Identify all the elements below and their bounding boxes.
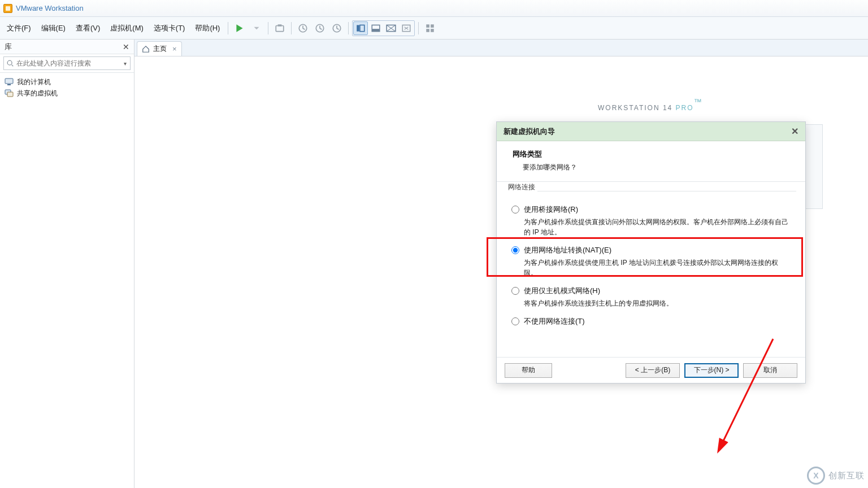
svg-rect-14 bbox=[431, 29, 435, 32]
menu-tabs[interactable]: 选项卡(T) bbox=[149, 21, 190, 36]
svg-rect-0 bbox=[276, 25, 284, 31]
radio-option-bridged[interactable]: 使用桥接网络(R) 为客户机操作系统提供直接访问外部以太网网络的权限。客户机在外… bbox=[511, 204, 796, 237]
tab-label: 主页 bbox=[153, 44, 167, 54]
menu-file[interactable]: 文件(F) bbox=[2, 21, 36, 36]
search-box[interactable]: ▾ bbox=[3, 56, 131, 70]
shared-icon bbox=[5, 89, 14, 97]
search-input[interactable] bbox=[16, 59, 120, 67]
wizard-dialog: 新建虚拟机向导 ✕ 网络类型 要添加哪类网络？ 网络连接 使用桥接网络(R) bbox=[496, 121, 806, 384]
app-title: VMware Workstation bbox=[16, 4, 84, 12]
clock-2-icon[interactable] bbox=[312, 20, 328, 36]
dialog-close-icon[interactable]: ✕ bbox=[791, 126, 798, 137]
menu-edit[interactable]: 编辑(E) bbox=[37, 21, 70, 36]
view-mode-3[interactable] bbox=[384, 21, 398, 35]
radio-nat[interactable] bbox=[511, 246, 519, 254]
clock-1-icon[interactable] bbox=[295, 20, 311, 36]
svg-rect-11 bbox=[427, 24, 430, 28]
radio-option-hostonly[interactable]: 使用仅主机模式网络(H) 将客户机操作系统连接到主机上的专用虚拟网络。 bbox=[511, 286, 796, 308]
dialog-title: 新建虚拟机向导 bbox=[504, 127, 555, 137]
home-icon bbox=[142, 45, 150, 53]
radio-none[interactable] bbox=[511, 317, 519, 325]
menu-bar: 文件(F) 编辑(E) 查看(V) 虚拟机(M) 选项卡(T) 帮助(H) bbox=[0, 17, 868, 40]
snapshot-button[interactable] bbox=[272, 20, 288, 36]
dialog-body: 网络连接 使用桥接网络(R) 为客户机操作系统提供直接访问外部以太网网络的权限。… bbox=[497, 181, 805, 357]
play-dropdown[interactable] bbox=[249, 20, 264, 36]
back-button[interactable]: < 上一步(B) bbox=[626, 363, 680, 378]
radio-label: 使用网络地址转换(NAT)(E) bbox=[524, 245, 611, 255]
view-mode-1[interactable] bbox=[353, 21, 368, 35]
separator bbox=[348, 22, 349, 34]
radio-desc: 为客户机操作系统提供直接访问外部以太网网络的权限。客户机在外部网络上必须有自己的… bbox=[524, 217, 789, 237]
radio-hostonly[interactable] bbox=[511, 287, 519, 295]
dialog-titlebar: 新建虚拟机向导 ✕ bbox=[497, 122, 805, 141]
dialog-footer: 帮助 < 上一步(B) 下一步(N) > 取消 bbox=[497, 357, 805, 383]
separator bbox=[228, 22, 228, 34]
sidebar-close-icon[interactable]: ✕ bbox=[123, 42, 129, 51]
home-canvas: WORKSTATION 14 PRO™ 连接远程服务器 新建虚拟机向导 ✕ 网络… bbox=[134, 56, 868, 488]
clock-3-icon[interactable] bbox=[329, 20, 345, 36]
radio-desc: 为客户机操作系统提供使用主机 IP 地址访问主机拨号连接或外部以太网网络连接的权… bbox=[524, 258, 789, 278]
search-icon bbox=[6, 59, 14, 67]
tab-strip: 主页 × bbox=[134, 40, 868, 56]
cancel-button[interactable]: 取消 bbox=[743, 363, 797, 378]
svg-rect-17 bbox=[7, 84, 11, 85]
svg-rect-13 bbox=[427, 29, 430, 32]
menu-view[interactable]: 查看(V) bbox=[71, 21, 105, 36]
sidebar-header: 库 ✕ bbox=[0, 40, 134, 54]
radio-label: 不使用网络连接(T) bbox=[524, 316, 585, 326]
separator bbox=[418, 22, 419, 34]
main-area: 库 ✕ ▾ 我的计算机 共享的虚拟机 主页 bbox=[0, 40, 868, 488]
radio-label: 使用仅主机模式网络(H) bbox=[524, 286, 600, 296]
search-dropdown-icon[interactable]: ▾ bbox=[122, 60, 128, 67]
svg-rect-5 bbox=[357, 25, 360, 31]
computer-icon bbox=[5, 78, 14, 86]
play-button[interactable] bbox=[232, 20, 248, 36]
library-tree: 我的计算机 共享的虚拟机 bbox=[0, 73, 134, 102]
menu-help[interactable]: 帮助(H) bbox=[190, 21, 224, 36]
search-row: ▾ bbox=[0, 54, 134, 73]
radio-option-nat[interactable]: 使用网络地址转换(NAT)(E) 为客户机操作系统提供使用主机 IP 地址访问主… bbox=[511, 245, 796, 278]
menu-vm[interactable]: 虚拟机(M) bbox=[106, 21, 148, 36]
tree-item-my-computer[interactable]: 我的计算机 bbox=[5, 76, 129, 88]
svg-rect-16 bbox=[5, 79, 13, 84]
title-bar: VMware Workstation bbox=[0, 0, 868, 17]
fieldset-label: 网络连接 bbox=[506, 182, 537, 192]
radio-label: 使用桥接网络(R) bbox=[524, 204, 578, 215]
svg-rect-6 bbox=[360, 25, 364, 31]
watermark-icon: X bbox=[807, 467, 825, 485]
radio-option-none[interactable]: 不使用网络连接(T) bbox=[511, 316, 796, 326]
svg-rect-12 bbox=[431, 24, 435, 28]
help-button[interactable]: 帮助 bbox=[505, 363, 552, 378]
svg-rect-1 bbox=[278, 24, 282, 26]
dialog-heading: 网络类型 bbox=[513, 149, 789, 159]
separator bbox=[268, 22, 268, 34]
radio-bridged[interactable] bbox=[511, 206, 519, 213]
tab-close-icon[interactable]: × bbox=[172, 45, 177, 53]
app-icon bbox=[3, 4, 12, 13]
svg-point-15 bbox=[7, 60, 12, 65]
grid-view-icon[interactable] bbox=[422, 20, 438, 36]
sidebar-title: 库 bbox=[5, 42, 12, 52]
svg-rect-8 bbox=[372, 29, 380, 32]
tab-home[interactable]: 主页 × bbox=[137, 41, 182, 56]
tree-item-label: 我的计算机 bbox=[17, 77, 51, 87]
content-area: 主页 × WORKSTATION 14 PRO™ 连接远程服务器 新建虚拟机向导… bbox=[134, 40, 868, 488]
dialog-header: 网络类型 要添加哪类网络？ bbox=[497, 141, 805, 181]
view-mode-4[interactable] bbox=[399, 21, 414, 35]
watermark: X 创新互联 bbox=[807, 467, 865, 485]
tree-item-shared-vm[interactable]: 共享的虚拟机 bbox=[5, 88, 129, 99]
view-mode-group bbox=[352, 20, 415, 36]
tree-item-label: 共享的虚拟机 bbox=[17, 89, 58, 98]
svg-rect-19 bbox=[7, 92, 13, 97]
radio-desc: 将客户机操作系统连接到主机上的专用虚拟网络。 bbox=[524, 298, 789, 308]
view-mode-2[interactable] bbox=[368, 21, 383, 35]
watermark-text: 创新互联 bbox=[828, 470, 865, 481]
hero-title: WORKSTATION 14 PRO™ bbox=[598, 96, 703, 114]
dialog-subheading: 要添加哪类网络？ bbox=[513, 163, 789, 172]
next-button[interactable]: 下一步(N) > bbox=[684, 363, 739, 378]
separator bbox=[291, 22, 292, 34]
sidebar: 库 ✕ ▾ 我的计算机 共享的虚拟机 bbox=[0, 40, 134, 488]
